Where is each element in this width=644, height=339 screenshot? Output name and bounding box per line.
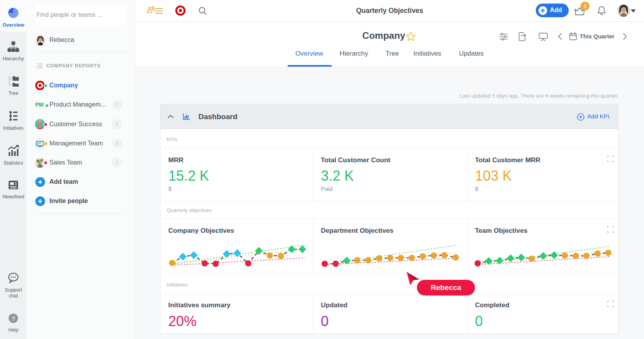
svg-text:?: ? [11, 315, 15, 322]
